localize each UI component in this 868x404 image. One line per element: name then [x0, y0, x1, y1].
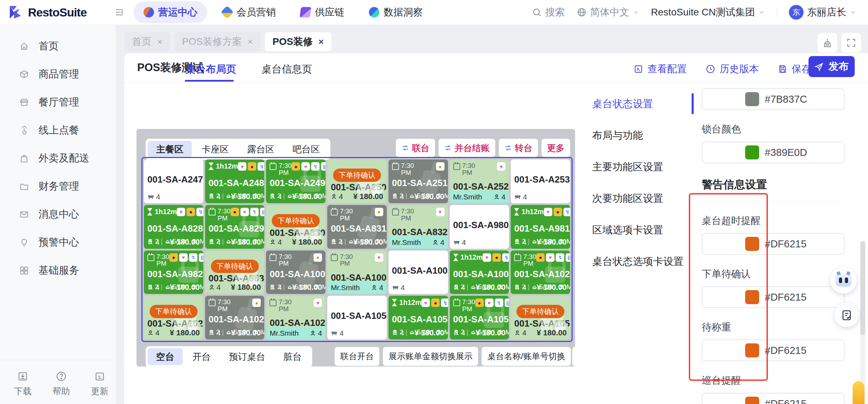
- user-menu[interactable]: 东 东丽店长: [789, 5, 856, 20]
- view-config-button[interactable]: 查看配置: [634, 62, 687, 76]
- table-name: 001-SA-A828: [147, 223, 200, 234]
- close-icon[interactable]: ×: [318, 36, 324, 47]
- area-tab[interactable]: 主餐区: [148, 141, 192, 158]
- organization-switcher[interactable]: RestoSuite CN测试集团: [651, 6, 765, 19]
- history-button[interactable]: 历史版本: [706, 62, 759, 76]
- workspace-tab-label: POS装修: [273, 35, 313, 48]
- bottom-action-button[interactable]: 联台开台: [335, 347, 379, 366]
- color-picker-input[interactable]: #389E0D: [702, 142, 845, 163]
- sidebar-collapse-icon[interactable]: [114, 7, 125, 18]
- sidebar-item-box[interactable]: 商品管理: [0, 60, 115, 88]
- table-card[interactable]: 1h12m♥●↯▤001-SA-A9812|5/10|Magerate4¥ 18…: [511, 205, 570, 249]
- table-card[interactable]: 7:30PM●♥↯▤001-SA-A10542|5/10|Magerate4¥ …: [450, 296, 509, 340]
- sidebar-item-mail[interactable]: 消息中心: [0, 200, 115, 228]
- format-clean-button[interactable]: [818, 33, 837, 53]
- status-tab[interactable]: 空台: [148, 348, 183, 365]
- table-card[interactable]: 1h12m♥●↯▤001-SA-A2482|5/10|Magerate4¥ 18…: [205, 159, 265, 203]
- settings-menu-item[interactable]: 次要功能区设置: [592, 183, 690, 214]
- sidebar-item-folder[interactable]: 财务管理: [0, 172, 115, 200]
- area-tab[interactable]: 露台区: [239, 141, 283, 158]
- color-picker-input[interactable]: #7B837C: [702, 88, 845, 110]
- workspace-tab[interactable]: POS装修方案×: [174, 32, 260, 51]
- save-button[interactable]: 保存: [778, 62, 811, 76]
- area-tab[interactable]: 吧台区: [284, 141, 328, 158]
- sidebar-item-bulb[interactable]: 预警中心: [0, 228, 115, 256]
- color-picker-input[interactable]: #DF6215: [702, 340, 845, 361]
- table-card[interactable]: 7:30PM●001-SA-A8312|5/10|Magerate4¥ 180.…: [327, 205, 387, 249]
- sidebar-item-touch[interactable]: 线上点餐: [0, 116, 115, 144]
- table-card[interactable]: 7:30PM●♥↯▤001-SA-A2492|5/10|Magerate4¥ 1…: [266, 159, 326, 203]
- table-card[interactable]: 下单待确认001-SA-A2504¥ 180.00: [327, 159, 387, 203]
- color-picker-input[interactable]: #DF6215: [702, 233, 845, 255]
- hourglass-icon: [147, 208, 153, 215]
- sidebar-footer-download[interactable]: 下载: [14, 371, 31, 404]
- table-card[interactable]: 7:30PM●♥↯▤001-SA-A10242|5/10|Magerate4¥ …: [511, 251, 570, 294]
- table-card[interactable]: 下单待确认001-SA-A10554¥ 180.00: [511, 296, 570, 340]
- table-card[interactable]: 7:30PM●001-SA-A10002|5/10|Magerate4¥ 180…: [266, 251, 326, 294]
- table-action-button[interactable]: 转台: [499, 139, 538, 157]
- scrollbar-thumb[interactable]: [860, 241, 865, 335]
- fullscreen-button[interactable]: [841, 33, 861, 53]
- table-card[interactable]: 1h12m♥●↯▤001-SA-A10032|5/10|Magerate4¥ 1…: [450, 251, 509, 294]
- table-card[interactable]: 001-SA-A9804: [450, 205, 509, 249]
- table-action-button[interactable]: 并台结账: [439, 139, 495, 157]
- table-action-button[interactable]: 更多: [541, 139, 570, 157]
- table-card[interactable]: 7:30PM♥001-SA-A252Mr.Smith4: [450, 159, 509, 203]
- workspace-tab[interactable]: 首页×: [124, 32, 170, 51]
- table-card[interactable]: 7:30PM●001-SA-A2512|5/10|Magerate4¥ 180.…: [388, 159, 448, 203]
- seats: 4: [278, 192, 282, 201]
- global-search[interactable]: 搜索: [532, 6, 565, 19]
- nav-item-supply-chain[interactable]: 供应链: [290, 1, 354, 23]
- close-icon[interactable]: ×: [247, 36, 253, 47]
- status-tab[interactable]: 预订桌台: [220, 348, 274, 365]
- sidebar-item-store[interactable]: 餐厅管理: [0, 88, 115, 116]
- yellow-fab-partial[interactable]: [853, 381, 864, 404]
- table-card[interactable]: 7:30PM♥001-SA-A832Mr.Smith4: [388, 205, 448, 249]
- table-card[interactable]: 下单待确认001-SA-A9834¥ 180.00: [205, 251, 265, 294]
- table-card[interactable]: 001-SA-A2534: [511, 159, 570, 203]
- publish-button[interactable]: 发布: [808, 56, 855, 77]
- settings-menu-item[interactable]: 桌台状态选项卡设置: [592, 246, 690, 278]
- bottom-action-button[interactable]: 展示账单金额切换展示: [383, 347, 478, 366]
- table-card[interactable]: 001-SA-A2474: [144, 159, 203, 203]
- workspace-tab[interactable]: POS装修×: [265, 32, 331, 51]
- settings-menu-item[interactable]: 桌台状态设置: [592, 88, 690, 120]
- table-action-button[interactable]: 联台: [396, 139, 435, 157]
- table-card[interactable]: 7:30PM♥001-SA-A1001Mr.Smith4: [327, 251, 387, 294]
- settings-menu-item[interactable]: 布局与功能: [592, 120, 690, 151]
- bottom-action-button[interactable]: 桌台名称/账单号切换: [482, 347, 571, 366]
- editor-tab[interactable]: 桌台信息页: [261, 62, 312, 76]
- sidebar-item-home[interactable]: 首页: [0, 32, 115, 60]
- table-card[interactable]: 7:30PM●001-SA-A10262|5/10|Magerate4¥ 180…: [205, 296, 265, 340]
- table-card[interactable]: 下单待确认001-SA-A10254¥ 180.00: [144, 296, 203, 340]
- sidebar-footer-calendar[interactable]: 更新: [91, 371, 108, 404]
- close-icon[interactable]: ×: [157, 36, 162, 47]
- settings-menu-item[interactable]: 主要功能区设置: [592, 151, 690, 183]
- editor-tab[interactable]: 桌台布局页: [186, 62, 236, 76]
- nav-item-data-insight[interactable]: 数据洞察: [359, 1, 433, 23]
- settings-menu-item[interactable]: 区域选项卡设置: [592, 214, 690, 246]
- table-card[interactable]: 1h12m♥●↯▤001-SA-A10532|5/10|Magerate4¥ 1…: [388, 296, 448, 340]
- table-card[interactable]: 7:30PM♥001-SA-A1027Mr.Smith4: [266, 296, 326, 340]
- ai-assistant-button[interactable]: [830, 267, 857, 294]
- status-tab[interactable]: 脏台: [275, 348, 310, 365]
- table-card[interactable]: 1h12m♥●↯▤001-SA-A8282|5/10|Magerate4¥ 18…: [144, 205, 203, 249]
- language-switcher[interactable]: 简体中文: [577, 6, 639, 19]
- nav-item-membership[interactable]: 会员营销: [212, 1, 286, 23]
- area-tab[interactable]: 卡座区: [193, 141, 237, 158]
- color-picker-input[interactable]: #DF6215: [702, 286, 845, 308]
- table-card[interactable]: 001-SA-A10524: [327, 296, 387, 340]
- table-card[interactable]: 001-SA-A10024: [388, 251, 448, 294]
- sidebar-item-grid[interactable]: 基础服务: [0, 256, 115, 285]
- table-card[interactable]: 7:30PM●♥↯▤001-SA-A9822|5/10|Magerate4¥ 1…: [144, 251, 203, 294]
- status-tab[interactable]: 开台: [184, 348, 219, 365]
- nav-item-operations[interactable]: 营运中心: [134, 1, 207, 23]
- partial-button[interactable]: [572, 347, 577, 366]
- card-badges: ♥: [436, 208, 444, 216]
- table-card[interactable]: 7:30PM●♥↯▤001-SA-A8292|5/10|Magerate4¥ 1…: [205, 205, 265, 249]
- sidebar-footer-help[interactable]: 帮助: [52, 371, 70, 404]
- table-card[interactable]: 下单待确认001-SA-A8304¥ 180.00: [266, 205, 326, 249]
- sidebar-item-bag[interactable]: 外卖及配送: [0, 144, 115, 172]
- color-picker-input[interactable]: #DF6215: [702, 393, 845, 404]
- feedback-button[interactable]: [834, 303, 859, 327]
